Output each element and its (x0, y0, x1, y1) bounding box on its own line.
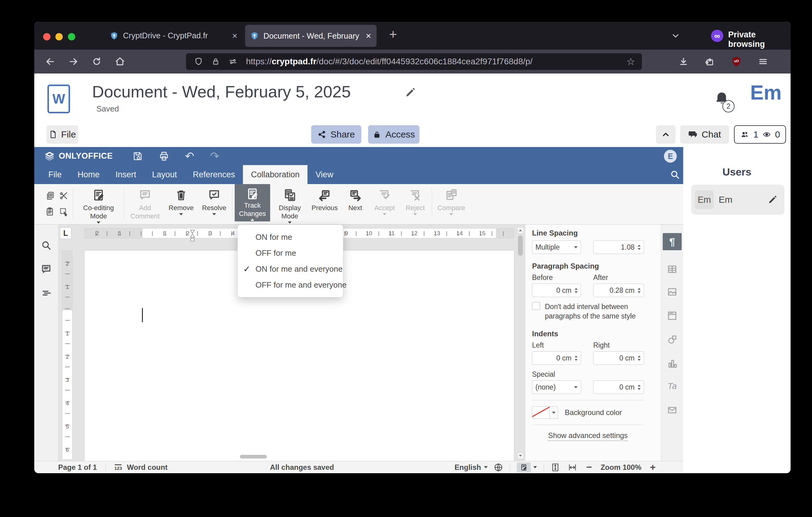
menu-references[interactable]: References (185, 165, 243, 184)
horizontal-scroll-thumb[interactable] (240, 455, 267, 459)
tab-close-icon[interactable]: × (366, 31, 371, 41)
navigation-outline-icon[interactable] (41, 288, 52, 299)
edit-user-pencil-icon[interactable] (768, 195, 777, 204)
list-all-tabs-chevron-icon[interactable] (671, 31, 680, 41)
zoom-out-button[interactable]: − (586, 462, 592, 473)
select-all-icon[interactable] (57, 204, 70, 220)
spacing-after-spinner[interactable]: 0.28 cm (593, 283, 644, 297)
paste-icon[interactable] (44, 204, 57, 220)
minimize-window-button[interactable] (55, 33, 63, 40)
url-bar[interactable]: https://cryptpad.fr/doc/#/3/doc/edit/ff0… (186, 53, 642, 70)
tab-cryptdrive[interactable]: CryptDrive - CryptPad.fr × (110, 22, 237, 50)
home-icon[interactable] (115, 57, 125, 66)
redo-icon[interactable]: ↷ (210, 150, 220, 163)
menu-item-off-for-me[interactable]: OFF for me (238, 245, 343, 261)
text-art-settings-tab[interactable]: Ta (663, 378, 682, 395)
language-selector[interactable]: English (455, 463, 481, 472)
image-settings-tab[interactable] (663, 283, 682, 300)
show-advanced-settings-link[interactable]: Show advanced settings (548, 431, 628, 441)
header-footer-settings-tab[interactable] (663, 307, 682, 324)
copy-icon[interactable] (44, 188, 57, 204)
shape-settings-tab[interactable] (663, 331, 682, 348)
interval-checkbox[interactable] (532, 302, 540, 310)
undo-icon[interactable]: ↶ (185, 150, 194, 163)
menu-view[interactable]: View (308, 165, 341, 184)
fit-width-icon[interactable] (568, 463, 577, 472)
menu-home[interactable]: Home (70, 165, 108, 184)
track-changes-button[interactable]: Track Changes (235, 184, 270, 221)
tab-document-active[interactable]: Document - Wed, February 5, 20 × (245, 25, 377, 47)
print-icon[interactable] (159, 151, 169, 161)
presence-counter[interactable]: 1 0 (734, 125, 786, 144)
indent-marker[interactable] (190, 230, 195, 244)
scroll-down-button[interactable] (517, 452, 524, 459)
special-select[interactable]: (none) (532, 380, 581, 394)
indent-right-spinner[interactable]: 0 cm (593, 351, 644, 365)
back-icon[interactable] (45, 57, 55, 66)
menu-file[interactable]: File (40, 165, 70, 184)
collapse-toolbar-button[interactable] (656, 125, 675, 144)
search-icon[interactable] (670, 169, 680, 180)
remove-comment-button[interactable]: Remove (166, 184, 196, 216)
background-color-dropdown[interactable] (550, 406, 558, 419)
menu-layout[interactable]: Layout (144, 165, 185, 184)
indent-left-spinner[interactable]: 0 cm (532, 351, 581, 365)
vertical-scrollbar[interactable] (517, 227, 524, 459)
background-color-swatch[interactable] (532, 406, 550, 419)
tab-stop-selector[interactable]: L (60, 227, 71, 239)
find-search-icon[interactable] (41, 240, 52, 251)
menu-item-on-for-everyone[interactable]: ✓ON for me and everyone (238, 261, 343, 277)
vertical-scroll-thumb[interactable] (518, 236, 523, 256)
downloads-icon[interactable] (678, 57, 688, 66)
previous-change-button[interactable]: Previous (309, 184, 340, 216)
permissions-icon[interactable] (228, 57, 237, 66)
menu-item-on-for-me[interactable]: ON for me (238, 229, 343, 245)
lock-icon[interactable] (211, 57, 220, 66)
reject-change-button[interactable]: Reject (401, 184, 429, 216)
tab-close-icon[interactable]: × (232, 31, 237, 41)
mail-merge-settings-tab[interactable] (663, 402, 682, 419)
resolve-comment-button[interactable]: Resolve (199, 184, 229, 216)
reload-icon[interactable] (92, 57, 102, 66)
page-indicator[interactable]: Page 1 of 1 (58, 463, 97, 472)
tracking-protection-shield-icon[interactable] (194, 57, 203, 66)
file-menu-button[interactable]: File (47, 125, 78, 144)
notifications-bell-icon[interactable]: 2 (713, 90, 730, 108)
ublock-origin-icon[interactable]: uO (731, 56, 742, 67)
add-comment-button[interactable]: Add Comment (127, 184, 164, 224)
paragraph-settings-tab[interactable]: ¶ (663, 233, 682, 250)
hamburger-menu-icon[interactable] (758, 57, 768, 66)
compare-button[interactable]: Compare (434, 184, 468, 216)
save-icon[interactable] (133, 151, 143, 161)
close-window-button[interactable] (43, 33, 51, 40)
comments-panel-icon[interactable] (41, 264, 52, 275)
access-button[interactable]: Access (368, 125, 419, 144)
edit-title-pencil-icon[interactable] (405, 87, 415, 98)
vertical-ruler[interactable]: 21123456 (62, 250, 72, 459)
track-changes-status-icon[interactable] (517, 462, 531, 472)
accept-change-button[interactable]: Accept (371, 184, 399, 216)
line-spacing-value-spinner[interactable]: 1.08 (593, 240, 644, 254)
extensions-puzzle-icon[interactable] (705, 57, 715, 66)
next-change-button[interactable]: Next (342, 184, 368, 216)
menu-collaboration[interactable]: Collaboration (243, 165, 308, 184)
display-mode-button[interactable]: Display Mode (272, 184, 307, 224)
account-avatar[interactable]: Em (750, 81, 782, 104)
chart-settings-tab[interactable] (663, 355, 682, 372)
new-tab-button[interactable]: + (389, 27, 397, 42)
cut-icon[interactable] (57, 188, 70, 204)
spellcheck-globe-icon[interactable] (494, 463, 503, 472)
spacing-before-spinner[interactable]: 0 cm (532, 283, 581, 297)
zoom-in-button[interactable]: + (650, 462, 656, 473)
horizontal-scrollbar[interactable] (58, 455, 517, 460)
share-button[interactable]: Share (311, 125, 361, 144)
scroll-up-button[interactable] (517, 227, 524, 234)
co-editing-mode-button[interactable]: Co-editing Mode (76, 184, 121, 224)
word-count-button[interactable]: Word count (127, 463, 168, 472)
zoom-window-button[interactable] (68, 33, 75, 40)
special-value-spinner[interactable]: 0 cm (593, 380, 644, 394)
url-text[interactable]: https://cryptpad.fr/doc/#/3/doc/edit/ff0… (246, 57, 619, 66)
table-settings-tab[interactable] (663, 261, 682, 278)
forward-icon[interactable] (68, 57, 78, 66)
bookmark-star-icon[interactable]: ☆ (626, 56, 635, 67)
